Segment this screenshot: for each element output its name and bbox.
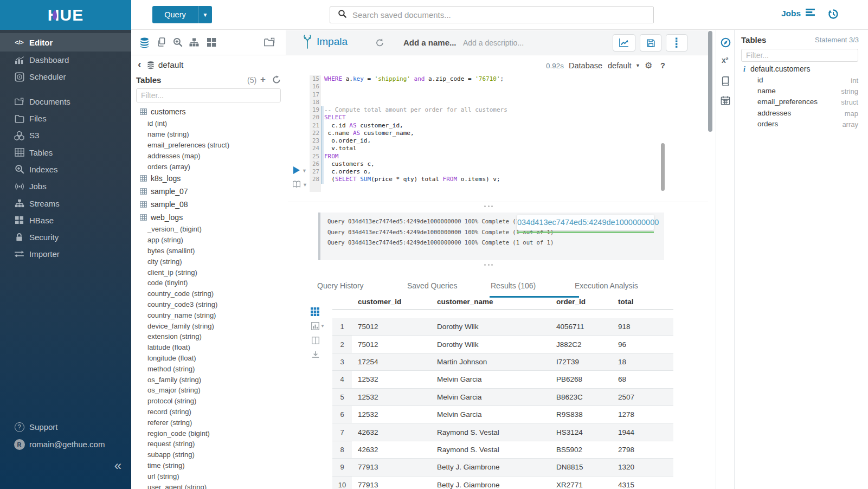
jobs-link[interactable]: Jobs	[781, 8, 815, 19]
assist-filter-input[interactable]: Filter...	[741, 49, 858, 62]
breadcrumb[interactable]: ‹ default	[138, 60, 183, 70]
tab-query-history[interactable]: Query History	[317, 281, 364, 290]
sidebar-item-security[interactable]: Security	[0, 229, 131, 246]
column-item[interactable]: referer (string)	[131, 417, 286, 428]
column-item[interactable]: country_name (string)	[131, 310, 286, 320]
column-item[interactable]: _version_ (bigint)	[131, 224, 286, 235]
column-item[interactable]: os_family (string)	[131, 374, 286, 385]
table-info-icon[interactable]: i	[743, 65, 745, 73]
dictionary-icon[interactable]	[292, 181, 301, 190]
dictionary-caret-icon[interactable]: ▼	[303, 182, 307, 188]
sidebar-item-jobs[interactable]: Jobs	[0, 178, 131, 195]
main-scrollbar[interactable]	[708, 31, 712, 132]
new-query-button[interactable]: Query ▼	[152, 6, 212, 23]
tab-saved-queries[interactable]: Saved Queries	[407, 281, 458, 290]
sidebar-item-streams[interactable]: Streams	[0, 195, 131, 211]
assist-column-email_preferences[interactable]: email_preferencesstruct	[735, 96, 868, 107]
column-item[interactable]: city (string)	[131, 256, 286, 267]
column-item[interactable]: addresses (map)	[131, 150, 286, 161]
run-query-button[interactable]	[293, 166, 300, 174]
search-input[interactable]: Search saved documents...	[330, 7, 654, 23]
sidebar-item-support[interactable]: ? Support	[0, 419, 131, 435]
sidebar-item-dashboard[interactable]: Dashboard	[0, 52, 131, 68]
sidebar-item-indexes[interactable]: Indexes	[0, 161, 131, 178]
breadcrumb-database-name[interactable]: default	[158, 60, 184, 70]
column-item[interactable]: orders (array)	[131, 161, 286, 172]
search-assist-icon[interactable]	[172, 37, 183, 50]
column-item[interactable]: url (string)	[131, 471, 286, 481]
table-item-k8s_logs[interactable]: k8s_logs	[131, 172, 286, 185]
code-scrollbar[interactable]	[661, 143, 665, 191]
chart-button[interactable]	[613, 34, 635, 52]
column-item[interactable]: country_code3 (string)	[131, 299, 286, 310]
column-item[interactable]: email_preferences (struct)	[131, 140, 286, 151]
save-button[interactable]	[640, 34, 661, 52]
sidebar-item-user[interactable]: R romain@gethue.com	[0, 436, 131, 453]
hue-logo[interactable]: HUE	[0, 0, 131, 30]
column-item[interactable]: time (string)	[131, 460, 286, 471]
editor-help-icon[interactable]: ?	[660, 61, 665, 70]
table-item-web_logs[interactable]: web_logs	[131, 211, 286, 224]
resize-handle-top[interactable]	[484, 205, 493, 207]
column-item[interactable]: name (string)	[131, 129, 286, 140]
column-item[interactable]: record (string)	[131, 407, 286, 417]
database-caret-icon[interactable]: ▼	[635, 63, 640, 68]
column-item[interactable]: bytes (smallint)	[131, 246, 286, 256]
sidebar-item-hbase[interactable]: HBase	[0, 212, 131, 229]
resize-handle-bottom[interactable]	[484, 264, 493, 266]
chart-view-icon[interactable]: ▼	[311, 322, 319, 332]
column-item[interactable]: region_code (bigint)	[131, 428, 286, 439]
sidebar-item-tables[interactable]: Tables	[0, 144, 131, 160]
add-table-icon[interactable]: +	[260, 74, 266, 85]
sidebar-item-files[interactable]: Files	[0, 110, 131, 127]
column-item[interactable]: device_family (string)	[131, 320, 286, 331]
run-options-caret-icon[interactable]: ▼	[302, 168, 307, 173]
column-item[interactable]: latitude (float)	[131, 342, 286, 353]
more-actions-button[interactable]	[666, 34, 687, 52]
tab-results[interactable]: Results (106)	[491, 281, 536, 290]
query-caret-icon[interactable]: ▼	[198, 12, 212, 18]
assist-column-id[interactable]: idint	[735, 75, 868, 86]
tab-execution-analysis[interactable]: Execution Analysis	[575, 281, 638, 290]
column-item[interactable]: id (int)	[131, 118, 286, 129]
sidebar-item-importer[interactable]: Importer	[0, 246, 131, 262]
column-item[interactable]: os_major (string)	[131, 385, 286, 396]
column-item[interactable]: longitude (float)	[131, 353, 286, 364]
download-results-icon[interactable]	[312, 351, 319, 361]
assist-active-table[interactable]: idefault.customers	[743, 65, 810, 74]
tables-filter-input[interactable]: Filter...	[136, 88, 281, 102]
assist-scheduler-icon[interactable]	[721, 95, 730, 107]
sidebar-item-s3[interactable]: S3	[0, 127, 131, 144]
assist-column-addresses[interactable]: addressesmap	[735, 108, 868, 119]
databases-icon[interactable]	[139, 37, 150, 50]
sidebar-item-scheduler[interactable]: Scheduler	[0, 68, 131, 85]
results-column-header-order_id[interactable]: order_id	[556, 298, 586, 306]
folder-docs-icon[interactable]	[263, 37, 275, 50]
log-scrollbar[interactable]	[318, 213, 320, 260]
sidebar-item-editor[interactable]: </>Editor	[0, 33, 131, 52]
table-item-sample_07[interactable]: sample_07	[131, 185, 286, 198]
documents-assist-icon[interactable]	[156, 37, 167, 50]
assist-language-docs-icon[interactable]	[721, 76, 730, 88]
results-column-header-customer_name[interactable]: customer_name	[437, 298, 493, 306]
query-description-input[interactable]: Add a descriptio...	[463, 38, 524, 47]
grid-view-icon[interactable]	[311, 307, 319, 318]
collapse-sidebar-icon[interactable]: «	[114, 458, 121, 473]
results-column-header-total[interactable]: total	[618, 298, 634, 306]
code-editor[interactable]: WHERE a.key = 'shipping' and a.zip_code …	[324, 75, 507, 184]
column-item[interactable]: app (string)	[131, 235, 286, 246]
assist-column-orders[interactable]: ordersarray	[735, 119, 868, 130]
assist-functions-icon[interactable]: x²	[722, 56, 728, 65]
column-item[interactable]: protocol (string)	[131, 396, 286, 407]
refresh-tables-icon[interactable]	[272, 75, 281, 86]
query-name-input[interactable]: Add a name...	[403, 38, 456, 47]
apps-assist-icon[interactable]	[206, 37, 217, 50]
sidebar-item-documents[interactable]: Documents	[0, 93, 131, 110]
columns-view-icon[interactable]	[312, 337, 319, 346]
results-column-header-customer_id[interactable]: customer_id	[358, 298, 401, 306]
column-item[interactable]: subapp (string)	[131, 449, 286, 460]
column-item[interactable]: request (string)	[131, 439, 286, 449]
column-item[interactable]: method (string)	[131, 363, 286, 374]
table-item-customers[interactable]: customers	[131, 105, 286, 118]
column-item[interactable]: client_ip (string)	[131, 267, 286, 278]
